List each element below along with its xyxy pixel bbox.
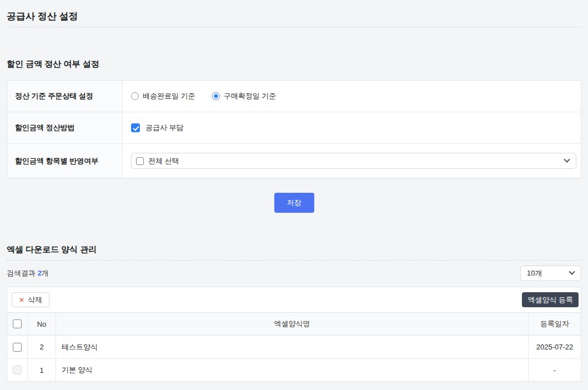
header-name: 엑셀양식명 [56, 313, 529, 335]
header-date: 등록일자 [529, 313, 581, 335]
row-register-date: 2025-07-22 [529, 336, 581, 358]
search-result-count: 검색결과 2개 [7, 268, 49, 278]
page-size-value: 10개 [527, 268, 542, 278]
header-no: No [28, 313, 56, 335]
radio-checked-icon [212, 92, 220, 100]
page-size-select[interactable]: 10개 [520, 266, 581, 281]
select-all-label: 전체 선택 [148, 156, 179, 166]
results-row: 검색결과 2개 10개 [7, 266, 581, 281]
excel-template-section: 엑셀 다운로드 양식 관리 검색결과 2개 10개 ✕ 삭제 엑셀양식 등록 [7, 244, 581, 382]
item-multiselect-dropdown[interactable]: 전체 선택 [131, 153, 576, 169]
row-template-name: 기본 양식 [56, 359, 529, 381]
x-icon: ✕ [19, 296, 24, 304]
form-value-settlement-method: 공급사 부담 [123, 112, 581, 143]
radio-option-delivery-complete[interactable]: 배송완료일 기준 [131, 91, 195, 101]
row-template-name: 테스트양식 [56, 336, 529, 358]
save-button-wrap: 저장 [7, 193, 581, 213]
row-no: 1 [28, 359, 56, 381]
select-all-items-checkbox[interactable] [136, 157, 144, 165]
row-checkbox-disabled [13, 366, 22, 374]
form-row-item-apply: 할인금액 항목별 반영여부 전체 선택 [7, 143, 581, 178]
checkbox-label: 공급사 부담 [145, 123, 184, 133]
row-check-cell [7, 336, 28, 358]
page: 공급사 정산 설정 할인 금액 정산 여부 설정 정산 기준 주문상태 설정 배… [0, 0, 588, 382]
delete-button-label: 삭제 [28, 295, 42, 305]
row-no: 2 [28, 336, 56, 358]
excel-template-table: ✕ 삭제 엑셀양식 등록 No 엑셀양식명 등록일자 2 테스트양식 20 [7, 287, 581, 382]
delete-button[interactable]: ✕ 삭제 [12, 292, 49, 307]
section-heading-discount: 할인 금액 정산 여부 설정 [7, 59, 581, 69]
chevron-down-icon [569, 269, 575, 275]
dashed-divider [7, 260, 581, 261]
form-label-item-apply: 할인금액 항목별 반영여부 [7, 144, 123, 178]
row-checkbox[interactable] [13, 343, 22, 352]
section-heading-excel: 엑셀 다운로드 양식 관리 [7, 244, 581, 254]
row-check-cell [7, 359, 28, 381]
select-all-rows-checkbox[interactable] [13, 319, 22, 328]
header-check-cell [7, 313, 28, 335]
form-value-item-apply: 전체 선택 [123, 144, 581, 178]
discount-settlement-section: 할인 금액 정산 여부 설정 정산 기준 주문상태 설정 배송완료일 기준 구매… [7, 59, 581, 213]
form-label-settlement-method: 할인금액 정산방법 [7, 112, 123, 143]
radio-option-purchase-confirm[interactable]: 구매확정일 기준 [212, 91, 277, 101]
supplier-burden-checkbox[interactable] [131, 123, 140, 132]
settlement-settings-table: 정산 기준 주문상태 설정 배송완료일 기준 구매확정일 기준 할인금액 정산방… [7, 80, 581, 178]
title-divider [7, 27, 581, 27]
table-row: 2 테스트양식 2025-07-22 [7, 336, 581, 358]
result-label: 검색결과 [7, 269, 36, 277]
form-value-order-status: 배송완료일 기준 구매확정일 기준 [123, 81, 581, 112]
result-count: 2 [38, 269, 42, 277]
radio-label: 배송완료일 기준 [143, 91, 195, 101]
form-row-order-status: 정산 기준 주문상태 설정 배송완료일 기준 구매확정일 기준 [7, 81, 581, 112]
form-row-settlement-method: 할인금액 정산방법 공급사 부담 [7, 112, 581, 143]
chevron-down-icon [564, 156, 570, 162]
radio-label: 구매확정일 기준 [224, 91, 277, 101]
form-label-order-status: 정산 기준 주문상태 설정 [7, 81, 123, 112]
table-header-row: No 엑셀양식명 등록일자 [7, 312, 581, 336]
register-excel-button[interactable]: 엑셀양식 등록 [522, 292, 579, 307]
save-button[interactable]: 저장 [274, 193, 314, 213]
result-suffix: 개 [42, 269, 49, 277]
radio-unchecked-icon [131, 92, 139, 100]
table-row: 1 기본 양식 - [7, 358, 581, 381]
table-toolbar: ✕ 삭제 엑셀양식 등록 [7, 287, 581, 312]
row-register-date: - [529, 359, 581, 381]
page-title: 공급사 정산 설정 [7, 0, 581, 23]
